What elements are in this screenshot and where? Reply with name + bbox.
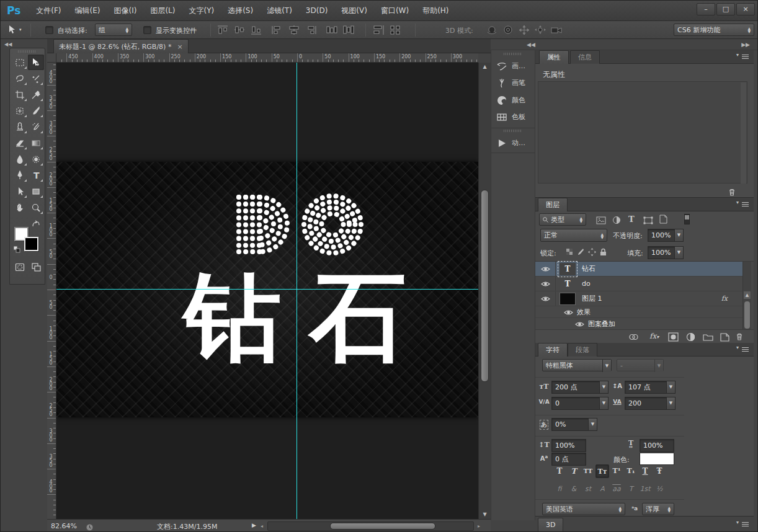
scroll-down-icon[interactable]: ▼ <box>479 510 491 519</box>
properties-scrollbar[interactable] <box>741 82 746 184</box>
restore-button[interactable]: □ <box>716 3 735 16</box>
auto-select-dropdown[interactable]: 组 ▲▼ <box>95 24 132 36</box>
kerning-field[interactable]: 0 ▼ <box>551 397 609 410</box>
fx-badge[interactable]: fx <box>721 295 728 303</box>
pattern-overlay-label[interactable]: 图案叠加 <box>588 319 615 329</box>
filter-adjustment-layers-icon[interactable] <box>612 215 621 224</box>
horizontal-scale-field[interactable]: 100% <box>640 439 674 452</box>
distribute-top-edges-icon[interactable] <box>326 25 338 35</box>
filter-pixel-layers-icon[interactable] <box>596 215 606 223</box>
distribute-horizontal-icon[interactable] <box>373 25 385 35</box>
ot-swash-button[interactable]: A <box>595 483 609 495</box>
menu-select[interactable]: 选择(S) <box>221 1 260 21</box>
anti-alias-dropdown[interactable]: 浑厚 ▲▼ <box>642 503 674 515</box>
leading-field[interactable]: 107 点 ▼ <box>625 381 676 394</box>
scroll-right-icon[interactable]: ▸ <box>478 523 480 529</box>
3d-roll-icon[interactable] <box>502 25 514 35</box>
vertical-scale-field[interactable]: 100% <box>551 439 586 452</box>
tab-layers[interactable]: 图层 <box>538 198 568 211</box>
3d-camera-icon[interactable] <box>550 25 563 35</box>
crop-tool[interactable] <box>12 87 28 102</box>
tab-3d[interactable]: 3D <box>538 518 563 531</box>
horizontal-scrollbar[interactable] <box>267 521 474 531</box>
dropdown-arrow-icon[interactable]: ▼ <box>674 229 683 241</box>
panel-grip[interactable] <box>504 53 522 55</box>
trash-icon[interactable] <box>728 187 736 196</box>
document-tab[interactable]: 未标题-1 @ 82.6% (钻石, RGB/8) * × <box>53 39 189 53</box>
minimize-button[interactable]: – <box>697 3 715 16</box>
dropdown-arrow-icon[interactable]: ▼ <box>666 397 675 409</box>
dropdown-arrow-icon[interactable]: ▼ <box>599 381 608 393</box>
move-tool[interactable] <box>28 55 44 70</box>
document-size-info[interactable]: 文档:1.43M/1.95M <box>157 522 217 531</box>
tab-properties[interactable]: 属性 <box>539 50 569 64</box>
scroll-left-icon[interactable]: ◂ <box>261 523 263 529</box>
subscript-button[interactable]: T₁ <box>624 464 638 478</box>
dropdown-arrow-icon[interactable]: ▼ <box>599 397 608 409</box>
horizontal-scroll-thumb[interactable] <box>330 523 435 530</box>
status-flyout-icon[interactable]: ▶ <box>252 522 256 528</box>
pen-tool[interactable] <box>12 167 28 183</box>
faux-italic-button[interactable]: T <box>567 464 581 478</box>
layers-scrollbar[interactable]: ▲ <box>742 262 751 330</box>
layer-filter-dropdown[interactable]: 类型 ▲▼ <box>539 213 586 226</box>
tab-character[interactable]: 字符 <box>538 343 568 357</box>
text-layer-thumbnail[interactable]: T <box>560 263 576 275</box>
hand-tool[interactable] <box>12 200 28 215</box>
auto-select-checkbox[interactable] <box>45 26 53 34</box>
panel-grip[interactable] <box>18 50 37 53</box>
dock-color[interactable]: 颜色 <box>491 92 535 109</box>
add-layer-style-icon[interactable]: fx▾ <box>649 332 659 340</box>
zoom-tool[interactable] <box>28 200 44 215</box>
dock-actions[interactable]: 动… <box>491 135 535 151</box>
filter-smart-objects-icon[interactable] <box>659 215 667 224</box>
tool-preset-arrow-icon[interactable]: ▾ <box>19 27 22 32</box>
ot-ligatures-button[interactable]: fi <box>553 483 566 495</box>
dropdown-arrow-icon[interactable]: ▼ <box>654 360 663 372</box>
ot-contextual-alternates-button[interactable]: & <box>567 483 581 495</box>
brush-tool[interactable] <box>28 103 44 118</box>
screen-mode-button[interactable] <box>28 259 44 275</box>
history-brush-tool[interactable] <box>28 119 44 135</box>
canvas-dotted-do-text[interactable] <box>231 192 367 257</box>
align-right-edges-icon[interactable] <box>305 25 317 35</box>
layer-row-zuanshi[interactable]: T 钻石 <box>535 262 742 277</box>
filter-toggle-switch[interactable] <box>684 214 690 224</box>
show-transform-checkbox[interactable] <box>143 26 151 34</box>
workspace-switcher[interactable]: CS6 新增功能 ▲▼ <box>674 24 754 36</box>
zoom-level[interactable]: 82.64% <box>51 522 77 530</box>
fill-field[interactable]: 100% ▼ <box>648 246 684 259</box>
dock-swatches[interactable]: 色板 <box>491 109 535 125</box>
language-dropdown[interactable]: 美国英语 ▲▼ <box>542 503 625 515</box>
scroll-up-icon[interactable]: ▲ <box>744 291 751 299</box>
vertical-scrollbar[interactable]: ▲ ▼ <box>478 63 491 519</box>
align-top-edges-icon[interactable] <box>216 25 229 35</box>
clone-stamp-tool[interactable] <box>12 119 28 135</box>
delete-layer-icon[interactable] <box>735 332 744 344</box>
panel-menu-icon[interactable] <box>738 54 749 61</box>
default-colors-icon[interactable] <box>13 244 21 252</box>
type-tool[interactable]: T <box>28 167 44 183</box>
filter-shape-layers-icon[interactable] <box>643 215 653 223</box>
path-selection-tool[interactable] <box>12 184 28 199</box>
lock-all-icon[interactable] <box>599 247 608 259</box>
panel-menu-icon[interactable] <box>738 202 749 208</box>
vertical-scroll-thumb[interactable] <box>481 190 489 382</box>
layer-name[interactable]: 钻石 <box>582 264 595 273</box>
visibility-eye-icon[interactable] <box>535 277 556 291</box>
ot-ordinals-button[interactable]: 1st <box>638 483 652 495</box>
collapse-dock-icon[interactable]: ◀◀ <box>527 42 535 48</box>
font-family-dropdown[interactable]: 特粗黑体 ▼ <box>542 359 612 371</box>
distribute-spacing-icon[interactable] <box>390 25 402 35</box>
visibility-eye-icon[interactable] <box>575 318 584 330</box>
menu-window[interactable]: 窗口(W) <box>374 1 416 21</box>
ot-titling-alternates-button[interactable]: T <box>624 483 638 495</box>
ot-discretionary-ligatures-button[interactable]: st <box>581 483 595 495</box>
ot-stylistic-alternates-button[interactable]: aa <box>610 483 623 495</box>
lock-position-icon[interactable] <box>587 247 597 259</box>
align-left-edges-icon[interactable] <box>271 25 283 35</box>
rectangular-marquee-tool[interactable] <box>12 55 28 70</box>
menu-filter[interactable]: 滤镜(T) <box>260 1 299 21</box>
3d-orbit-icon[interactable] <box>486 25 498 35</box>
menu-type[interactable]: 文字(Y) <box>182 1 221 21</box>
